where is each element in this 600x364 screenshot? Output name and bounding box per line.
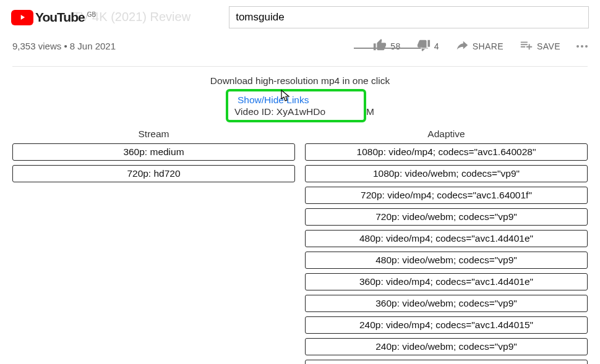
share-label: SHARE — [473, 41, 504, 51]
adaptive-item[interactable]: 240p: video/webm; codecs="vp9" — [305, 338, 588, 355]
adaptive-item[interactable]: 480p: video/mp4; codecs="avc1.4d401e" — [305, 230, 588, 247]
adaptive-item[interactable]: 720p: video/webm; codecs="vp9" — [305, 208, 588, 226]
stream-header: Stream — [12, 127, 295, 143]
meta-separator: • — [61, 41, 70, 51]
adaptive-item[interactable]: 720p: video/mp4; codecs="avc1.64001f" — [305, 187, 588, 204]
dislike-count: 4 — [434, 41, 439, 51]
adaptive-item[interactable]: 360p: video/mp4; codecs="avc1.4d401e" — [305, 273, 588, 290]
sentiment-bar — [354, 48, 428, 49]
save-label: SAVE — [537, 41, 560, 51]
more-actions-button[interactable] — [576, 45, 588, 48]
search-input[interactable] — [236, 11, 582, 23]
stream-item[interactable]: 360p: medium — [12, 143, 295, 161]
stream-item[interactable]: 720p: hd720 — [12, 165, 295, 182]
share-icon — [455, 38, 469, 54]
ellipsis-icon — [576, 45, 588, 48]
share-button[interactable]: SHARE — [455, 38, 504, 54]
adaptive-item[interactable]: 1080p: video/mp4; codecs="avc1.640028" — [305, 143, 588, 161]
playlist-add-icon — [520, 38, 533, 54]
divider — [12, 66, 588, 67]
extension-headline: Download high-resolution mp4 in one clic… — [0, 75, 600, 87]
like-count: 58 — [390, 41, 400, 51]
show-hide-links-toggle[interactable]: Show/Hide Links — [238, 95, 325, 106]
youtube-wordmark: YouTube — [35, 10, 85, 25]
publish-date: 8 Jun 2021 — [70, 41, 116, 51]
youtube-logo[interactable]: YouTube GB — [11, 10, 96, 25]
thumbs-down-icon — [417, 38, 431, 54]
region-badge: GB — [87, 11, 96, 18]
view-count: 9,353 views — [12, 41, 61, 51]
like-button[interactable]: 58 — [373, 38, 400, 54]
video-id-line: Video ID: XyA1wHDo — [234, 106, 325, 117]
video-id-trailing: M — [366, 106, 374, 117]
search-input-container[interactable] — [229, 6, 589, 28]
thumbs-up-icon — [373, 38, 387, 54]
adaptive-column: Adaptive 1080p: video/mp4; codecs="avc1.… — [305, 127, 588, 364]
stream-column: Stream 360p: medium720p: hd720 — [12, 127, 295, 364]
adaptive-header: Adaptive — [305, 127, 588, 143]
youtube-play-icon — [11, 10, 33, 25]
adaptive-item[interactable]: 1080p: video/webm; codecs="vp9" — [305, 165, 588, 182]
adaptive-item[interactable]: 240p: video/mp4; codecs="avc1.4d4015" — [305, 316, 588, 334]
adaptive-item[interactable]: 360p: video/webm; codecs="vp9" — [305, 295, 588, 312]
save-button[interactable]: SAVE — [520, 38, 560, 54]
dislike-button[interactable]: 4 — [417, 38, 439, 54]
adaptive-item[interactable]: 480p: video/webm; codecs="vp9" — [305, 252, 588, 269]
showhide-highlight-box: Show/Hide Links Video ID: XyA1wHDo — [226, 89, 366, 122]
adaptive-item[interactable]: 144p: video/mp4; codecs="avc1.4d400c" — [305, 360, 588, 364]
